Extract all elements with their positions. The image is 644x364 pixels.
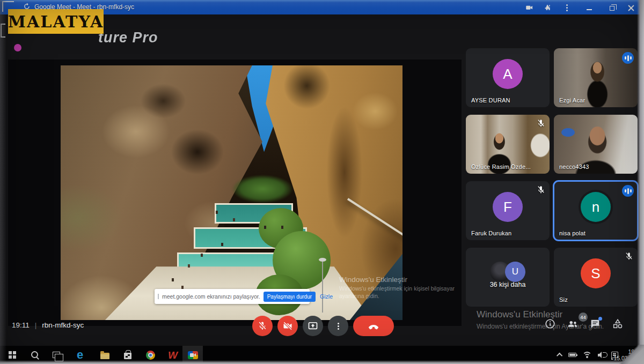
tray-chevron-up-icon[interactable] <box>557 353 562 359</box>
wps-icon: W <box>168 350 178 360</box>
capture-pro-watermark: ture Pro <box>98 29 158 46</box>
mic-muted-icon <box>624 251 634 261</box>
more-options-button[interactable] <box>328 316 348 336</box>
volume-icon[interactable] <box>598 352 605 358</box>
trees-far <box>232 175 294 203</box>
stop-sharing-button[interactable]: Paylaşmayı durdur <box>264 292 316 302</box>
participant-tile-self[interactable]: S Siz <box>554 248 638 307</box>
task-view-icon <box>53 352 60 358</box>
participant-tile-nisa-polat[interactable]: n nisa polat <box>554 181 638 240</box>
participant-tile-necco4343[interactable]: necco4343 <box>554 115 638 174</box>
camera-off-button[interactable] <box>277 316 298 336</box>
lamp-post <box>322 262 323 313</box>
camera-allowed-icon[interactable] <box>525 3 533 12</box>
participant-name: necco4343 <box>559 164 589 170</box>
restore-icon[interactable] <box>608 3 616 12</box>
divider: | <box>35 321 37 329</box>
presentation-stage: Windows'u Etkinleştir Windows'u etkinleş… <box>8 60 462 326</box>
folder-icon <box>100 353 109 359</box>
browser-menu-icon[interactable] <box>562 3 571 12</box>
side-panel-icons: 44 <box>544 318 624 330</box>
photo-edge-left <box>0 0 6 364</box>
people-icon[interactable] <box>567 318 579 330</box>
participant-name: Faruk Durukan <box>471 230 511 236</box>
windows-activation-watermark-shared: Windows'u Etkinleştir Windows'u etkinleş… <box>339 275 455 300</box>
banner-drag-handle[interactable] <box>158 294 159 299</box>
speaking-indicator-icon <box>622 52 634 64</box>
search-icon <box>31 351 39 359</box>
chat-notification-dot <box>598 317 602 321</box>
participant-tile-overflow[interactable]: U 36 kişi daha <box>466 248 550 307</box>
meeting-code: rbn-mfkd-syc <box>42 321 84 329</box>
share-message: meet.google.com ekranınızı paylaşıyor. <box>162 293 260 300</box>
avatar: S <box>581 258 611 288</box>
speaking-indicator-icon <box>622 185 634 197</box>
participant-tile-ezgi-acar[interactable]: Ezgi Acar <box>554 48 638 107</box>
windows-logo-icon <box>9 351 16 359</box>
overflow-avatars: U <box>490 262 525 282</box>
mic-muted-icon <box>536 185 546 195</box>
participant-count-badge: 44 <box>579 313 588 322</box>
battery-icon[interactable] <box>568 353 576 357</box>
participant-name: Ezgi Acar <box>559 97 585 103</box>
extensions-icon[interactable] <box>543 3 552 12</box>
malatya-logo: MALATYA <box>8 9 104 34</box>
chrome-icon <box>146 351 155 360</box>
meet-window: ture Pro <box>0 14 644 346</box>
hide-banner-link[interactable]: Gizle <box>320 293 333 300</box>
call-controls <box>252 316 394 336</box>
profile-avatar-dot <box>14 44 21 51</box>
avatar: U <box>505 262 525 282</box>
participant-name: nisa polat <box>559 230 586 236</box>
participant-tile-ayse-duran[interactable]: A AYSE DURAN <box>466 48 550 107</box>
overflow-count-label: 36 kişi daha <box>466 281 550 288</box>
participant-name: Özlüce Rasim Özde... <box>471 164 531 170</box>
present-screen-button[interactable] <box>303 316 323 336</box>
meeting-info: 19:11 | rbn-mfkd-syc <box>12 321 84 329</box>
people-dots <box>61 65 62 68</box>
participant-name: AYSE DURAN <box>471 97 510 103</box>
wifi-icon[interactable] <box>582 352 592 359</box>
google-meet-icon <box>188 351 198 359</box>
avatar: n <box>581 192 611 222</box>
chat-icon[interactable] <box>589 318 601 330</box>
meeting-time: 19:11 <box>12 321 30 329</box>
mic-muted-icon <box>536 118 546 128</box>
participant-tile-faruk-durukan[interactable]: F Faruk Durukan <box>466 181 550 240</box>
close-icon[interactable] <box>627 3 635 12</box>
avatar: F <box>493 192 523 222</box>
screen: Google Meet - Meet - rbn-mfkd-syc ture P… <box>0 0 644 364</box>
end-call-button[interactable] <box>353 316 394 336</box>
activities-icon[interactable] <box>612 318 624 330</box>
store-icon <box>124 353 131 359</box>
photo-corner-fold <box>616 345 644 364</box>
edge-icon: e <box>77 349 83 361</box>
photo-edge-bottom <box>0 360 644 364</box>
participant-name: Siz <box>559 296 568 303</box>
avatar: A <box>493 59 523 89</box>
participant-tile-ozluce[interactable]: Özlüce Rasim Özde... <box>466 115 550 174</box>
screen-share-banner: meet.google.com ekranınızı paylaşıyor. P… <box>155 289 310 304</box>
photo-edge-right <box>637 0 644 364</box>
info-icon[interactable] <box>544 318 556 330</box>
minimize-icon[interactable] <box>585 3 594 12</box>
mic-off-button[interactable] <box>252 316 273 336</box>
